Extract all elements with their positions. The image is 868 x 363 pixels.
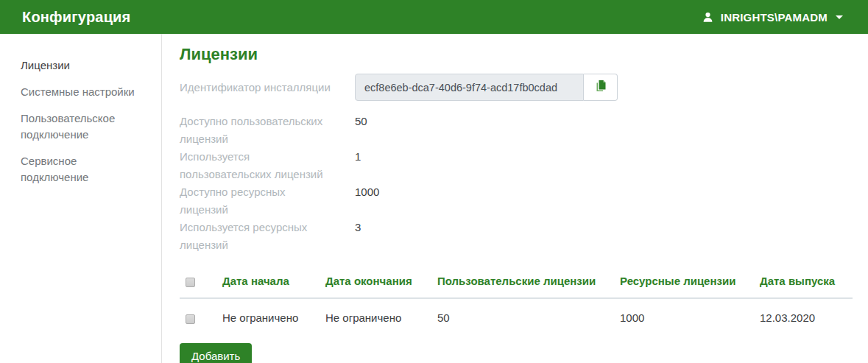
main-content: Лицензии Идентификатор инсталляции xyxy=(162,34,868,363)
installation-id-input[interactable] xyxy=(355,74,584,101)
column-header-end-date: Дата окончания xyxy=(320,265,431,298)
stat-row-used-user: Используется пользовательских лицензий 1 xyxy=(180,148,853,183)
cell-resource-licenses: 1000 xyxy=(614,298,754,343)
user-menu[interactable]: INRIGHTS\PAMADM xyxy=(702,11,843,24)
stat-value: 1000 xyxy=(355,183,379,219)
installation-id-row: Идентификатор инсталляции xyxy=(180,74,853,101)
copy-button[interactable] xyxy=(584,74,618,101)
select-all-checkbox[interactable] xyxy=(186,278,195,287)
stat-row-available-user: Доступно пользовательских лицензий 50 xyxy=(180,113,853,148)
cell-issue-date: 12.03.2020 xyxy=(754,298,853,343)
stat-label: Используется пользовательских лицензий xyxy=(180,148,355,183)
page-title: Лицензии xyxy=(180,43,853,66)
cell-user-licenses: 50 xyxy=(431,298,614,343)
add-button[interactable]: Добавить xyxy=(180,343,252,363)
row-checkbox-cell xyxy=(180,298,216,343)
stat-value: 1 xyxy=(355,148,361,183)
app-title: Конфигурация xyxy=(22,9,131,26)
installation-id-label: Идентификатор инсталляции xyxy=(180,79,355,96)
stat-label: Доступно пользовательских лицензий xyxy=(180,113,355,148)
app-header: Конфигурация INRIGHTS\PAMADM xyxy=(0,0,868,34)
user-icon xyxy=(702,11,714,24)
cell-start-date: Не ограничено xyxy=(216,298,320,343)
sidebar-item-licenses[interactable]: Лицензии xyxy=(0,52,161,79)
stat-label: Используется ресурсных лицензий xyxy=(180,219,355,254)
select-all-cell xyxy=(180,265,216,298)
license-stats: Доступно пользовательских лицензий 50 Ис… xyxy=(180,113,853,254)
sidebar-item-user-connection[interactable]: Пользовательское подключение xyxy=(0,105,161,148)
sidebar-item-system-settings[interactable]: Системные настройки xyxy=(0,79,161,105)
sidebar-item-service-connection[interactable]: Сервисное подключение xyxy=(0,148,161,191)
sidebar: Лицензии Системные настройки Пользовател… xyxy=(0,34,162,363)
page-body: Лицензии Системные настройки Пользовател… xyxy=(0,34,868,363)
table-header-row: Дата начала Дата окончания Пользовательс… xyxy=(180,265,853,298)
user-name: INRIGHTS\PAMADM xyxy=(721,11,828,24)
row-checkbox[interactable] xyxy=(186,314,195,324)
copy-icon xyxy=(594,80,607,95)
stat-label: Доступно ресурсных лицензий xyxy=(180,183,355,219)
cell-end-date: Не ограничено xyxy=(320,298,431,343)
column-header-start-date: Дата начала xyxy=(216,265,320,298)
licenses-table: Дата начала Дата окончания Пользовательс… xyxy=(180,265,853,343)
table-row: Не ограничено Не ограничено 50 1000 12.0… xyxy=(180,298,853,343)
column-header-resource-licenses: Ресурсные лицензии xyxy=(614,265,754,298)
installation-id-group xyxy=(355,74,618,101)
column-header-issue-date: Дата выпуска xyxy=(754,265,853,298)
stat-row-available-resource: Доступно ресурсных лицензий 1000 xyxy=(180,183,853,219)
stat-value: 50 xyxy=(355,113,367,148)
chevron-down-icon xyxy=(836,15,843,19)
stat-row-used-resource: Используется ресурсных лицензий 3 xyxy=(180,219,853,254)
column-header-user-licenses: Пользовательские лицензии xyxy=(431,265,614,298)
stat-value: 3 xyxy=(355,219,361,254)
